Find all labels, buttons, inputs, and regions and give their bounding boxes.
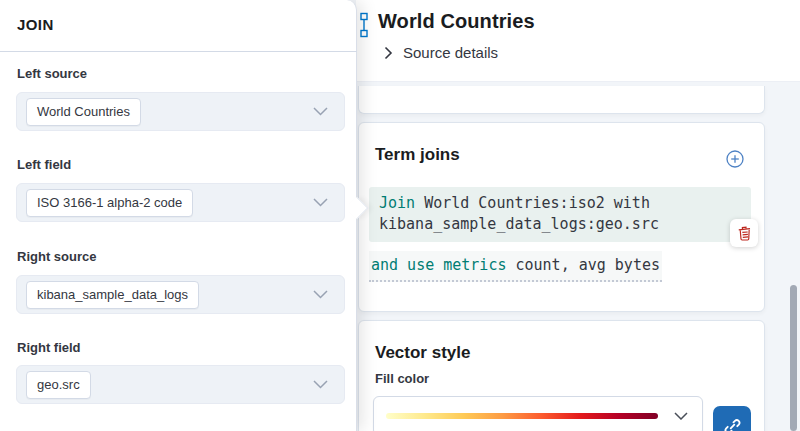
metrics-expression[interactable]: and use metrics count, avg bytes: [369, 251, 662, 282]
left-field-select[interactable]: ISO 3166-1 alpha-2 code: [16, 183, 345, 222]
chevron-down-icon: [313, 198, 328, 207]
left-field-value[interactable]: ISO 3166-1 alpha-2 code: [26, 189, 193, 217]
color-ramp-swatch: [386, 413, 658, 419]
join-expression-line2: kibana_sample_data_logs:geo.src: [379, 214, 741, 235]
source-details-toggle[interactable]: Source details: [384, 44, 498, 61]
join-expression[interactable]: Join World Countries:iso2 with kibana_sa…: [369, 187, 751, 242]
term-joins-title: Term joins: [375, 145, 460, 165]
layer-panel-header: World Countries Source details: [356, 0, 800, 82]
chevron-down-icon: [313, 290, 328, 299]
left-field-label: Left field: [17, 157, 71, 172]
join-expression-line1: Join World Countries:iso2 with: [379, 193, 741, 214]
scrolled-card-bottom: [358, 86, 765, 114]
left-source-select[interactable]: World Countries: [16, 92, 345, 131]
join-left-right: World Countries:iso2 with: [424, 194, 650, 212]
right-source-label: Right source: [17, 249, 96, 264]
join-keyword: Join: [379, 194, 415, 212]
left-source-label: Left source: [17, 66, 87, 81]
fill-color-label: Fill color: [375, 371, 429, 386]
right-source-select[interactable]: kibana_sample_data_logs: [16, 275, 345, 314]
source-details-label: Source details: [403, 44, 498, 61]
vector-style-card: Vector style Fill color: [358, 320, 765, 431]
vertical-scrollbar[interactable]: [790, 285, 797, 431]
vector-style-title: Vector style: [375, 343, 470, 363]
chevron-down-icon: [313, 107, 328, 116]
chevron-down-icon: [313, 380, 328, 389]
chevron-down-icon: [674, 412, 688, 420]
right-source-value[interactable]: kibana_sample_data_logs: [26, 281, 199, 309]
link-icon: [724, 418, 741, 431]
metrics-keyword: and use metrics: [371, 256, 506, 274]
chevron-right-icon: [384, 46, 393, 60]
left-source-value[interactable]: World Countries: [26, 98, 141, 126]
metrics-value: count, avg bytes: [516, 256, 661, 274]
dynamic-style-link-button[interactable]: [713, 406, 751, 431]
popover-divider: [0, 51, 357, 52]
right-field-label: Right field: [17, 340, 81, 355]
join-popover: JOIN Left source World Countries Left fi…: [0, 0, 357, 431]
vector-layer-icon: [358, 12, 371, 42]
join-popover-title: JOIN: [17, 16, 54, 33]
plus-in-circle-icon: [726, 150, 744, 168]
layer-title: World Countries: [378, 10, 535, 33]
add-join-button[interactable]: [726, 150, 744, 168]
fill-color-select[interactable]: [373, 396, 703, 431]
delete-join-button[interactable]: [730, 219, 758, 247]
right-field-value[interactable]: geo.src: [26, 371, 91, 399]
right-field-select[interactable]: geo.src: [16, 365, 345, 404]
term-joins-card: Term joins Join World Countries:iso2 wit…: [358, 122, 765, 312]
trash-icon: [736, 225, 753, 242]
